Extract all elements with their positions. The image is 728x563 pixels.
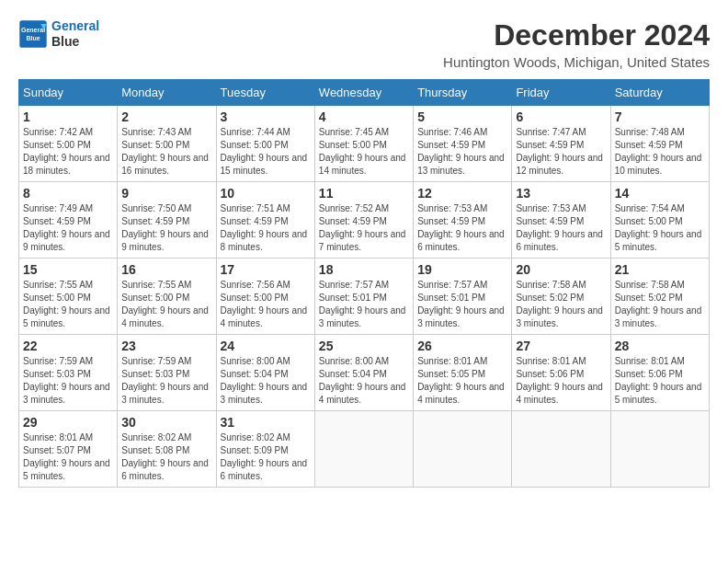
day-15: 15 Sunrise: 7:55 AMSunset: 5:00 PMDaylig… <box>19 259 118 335</box>
empty-cell-1 <box>314 411 413 488</box>
empty-cell-3 <box>512 411 610 488</box>
logo: General Blue General Blue <box>18 18 99 50</box>
day-30: 30 Sunrise: 8:02 AMSunset: 5:08 PMDaylig… <box>118 411 216 488</box>
day-9: 9 Sunrise: 7:50 AMSunset: 4:59 PMDayligh… <box>118 182 216 259</box>
day-20: 20 Sunrise: 7:58 AMSunset: 5:02 PMDaylig… <box>512 259 610 335</box>
day-14: 14 Sunrise: 7:54 AMSunset: 5:00 PMDaylig… <box>610 182 709 259</box>
day-31: 31 Sunrise: 8:02 AMSunset: 5:09 PMDaylig… <box>216 411 314 488</box>
header-tuesday: Tuesday <box>216 80 314 106</box>
empty-cell-4 <box>610 411 709 488</box>
day-10: 10 Sunrise: 7:51 AMSunset: 4:59 PMDaylig… <box>216 182 314 259</box>
location-title: Huntington Woods, Michigan, United State… <box>443 54 710 70</box>
svg-text:General: General <box>21 27 45 33</box>
calendar-row-week1: 1 Sunrise: 7:42 AMSunset: 5:00 PMDayligh… <box>19 106 710 182</box>
logo-text: General Blue <box>51 18 99 50</box>
day-3: 3 Sunrise: 7:44 AMSunset: 5:00 PMDayligh… <box>216 106 314 182</box>
day-28: 28 Sunrise: 8:01 AMSunset: 5:06 PMDaylig… <box>610 335 709 411</box>
header-wednesday: Wednesday <box>314 80 413 106</box>
calendar-row-week3: 15 Sunrise: 7:55 AMSunset: 5:00 PMDaylig… <box>19 259 710 335</box>
day-26: 26 Sunrise: 8:01 AMSunset: 5:05 PMDaylig… <box>414 335 512 411</box>
day-23: 23 Sunrise: 7:59 AMSunset: 5:03 PMDaylig… <box>118 335 216 411</box>
day-21: 21 Sunrise: 7:58 AMSunset: 5:02 PMDaylig… <box>610 259 709 335</box>
day-6: 6 Sunrise: 7:47 AMSunset: 4:59 PMDayligh… <box>512 106 610 182</box>
day-29: 29 Sunrise: 8:01 AMSunset: 5:07 PMDaylig… <box>19 411 118 488</box>
day-1: 1 Sunrise: 7:42 AMSunset: 5:00 PMDayligh… <box>19 106 118 182</box>
logo-icon: General Blue <box>18 19 48 49</box>
header-thursday: Thursday <box>414 80 512 106</box>
day-7: 7 Sunrise: 7:48 AMSunset: 4:59 PMDayligh… <box>610 106 709 182</box>
calendar-row-week4: 22 Sunrise: 7:59 AMSunset: 5:03 PMDaylig… <box>19 335 710 411</box>
day-27: 27 Sunrise: 8:01 AMSunset: 5:06 PMDaylig… <box>512 335 610 411</box>
calendar-row-week5: 29 Sunrise: 8:01 AMSunset: 5:07 PMDaylig… <box>19 411 710 488</box>
title-section: December 2024 Huntington Woods, Michigan… <box>443 18 710 70</box>
header-saturday: Saturday <box>610 80 709 106</box>
svg-text:Blue: Blue <box>26 35 40 41</box>
month-title: December 2024 <box>443 18 710 52</box>
day-19: 19 Sunrise: 7:57 AMSunset: 5:01 PMDaylig… <box>414 259 512 335</box>
calendar-row-week2: 8 Sunrise: 7:49 AMSunset: 4:59 PMDayligh… <box>19 182 710 259</box>
header-sunday: Sunday <box>19 80 118 106</box>
calendar-table: Sunday Monday Tuesday Wednesday Thursday… <box>18 79 710 488</box>
empty-cell-2 <box>414 411 512 488</box>
day-2: 2 Sunrise: 7:43 AMSunset: 5:00 PMDayligh… <box>118 106 216 182</box>
day-16: 16 Sunrise: 7:55 AMSunset: 5:00 PMDaylig… <box>118 259 216 335</box>
day-13: 13 Sunrise: 7:53 AMSunset: 4:59 PMDaylig… <box>512 182 610 259</box>
day-25: 25 Sunrise: 8:00 AMSunset: 5:04 PMDaylig… <box>314 335 413 411</box>
day-17: 17 Sunrise: 7:56 AMSunset: 5:00 PMDaylig… <box>216 259 314 335</box>
day-24: 24 Sunrise: 8:00 AMSunset: 5:04 PMDaylig… <box>216 335 314 411</box>
page-header: General Blue General Blue December 2024 … <box>18 18 710 70</box>
header-monday: Monday <box>118 80 216 106</box>
calendar-header-row: Sunday Monday Tuesday Wednesday Thursday… <box>19 80 710 106</box>
day-4: 4 Sunrise: 7:45 AMSunset: 5:00 PMDayligh… <box>314 106 413 182</box>
day-11: 11 Sunrise: 7:52 AMSunset: 4:59 PMDaylig… <box>314 182 413 259</box>
header-friday: Friday <box>512 80 610 106</box>
day-8: 8 Sunrise: 7:49 AMSunset: 4:59 PMDayligh… <box>19 182 118 259</box>
day-5: 5 Sunrise: 7:46 AMSunset: 4:59 PMDayligh… <box>414 106 512 182</box>
day-18: 18 Sunrise: 7:57 AMSunset: 5:01 PMDaylig… <box>314 259 413 335</box>
day-12: 12 Sunrise: 7:53 AMSunset: 4:59 PMDaylig… <box>414 182 512 259</box>
day-22: 22 Sunrise: 7:59 AMSunset: 5:03 PMDaylig… <box>19 335 118 411</box>
